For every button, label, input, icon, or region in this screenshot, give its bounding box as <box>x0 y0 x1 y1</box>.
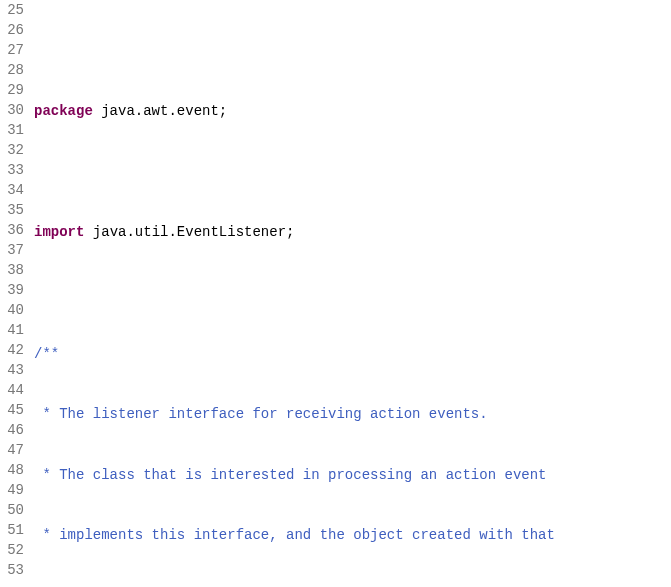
line-number: 51 <box>0 520 24 540</box>
line-number: 36 <box>0 220 24 240</box>
javadoc-line: /** <box>30 344 671 364</box>
line-number: 32 <box>0 140 24 160</box>
line-number: 25 <box>0 0 24 20</box>
line-number: 53 <box>0 560 24 580</box>
line-number: 48 <box>0 460 24 480</box>
line-number: 38 <box>0 260 24 280</box>
line-number: 29 <box>0 80 24 100</box>
line-number: 44 <box>0 380 24 400</box>
code-editor: 25 26 27 28 29 30 31 32 33 34 35 36 37 3… <box>0 0 671 587</box>
line-number: 34 <box>0 180 24 200</box>
line-number: 26 <box>0 20 24 40</box>
line-number: 39 <box>0 280 24 300</box>
code-line <box>30 162 671 182</box>
code-line: import java.util.EventListener; <box>30 222 671 242</box>
line-number: 30 <box>0 100 24 120</box>
line-number: 31 <box>0 120 24 140</box>
line-number: 41 <box>0 320 24 340</box>
line-number: 27 <box>0 40 24 60</box>
line-number: 49 <box>0 480 24 500</box>
line-number: 45 <box>0 400 24 420</box>
code-area[interactable]: package java.awt.event; import java.util… <box>30 0 671 587</box>
javadoc-line: * The class that is interested in proces… <box>30 465 671 485</box>
javadoc-line: * The listener interface for receiving a… <box>30 404 671 424</box>
line-number: 28 <box>0 60 24 80</box>
code-line <box>30 41 671 61</box>
keyword-package: package <box>34 103 93 119</box>
line-number: 40 <box>0 300 24 320</box>
code-line <box>30 283 671 303</box>
line-number: 52 <box>0 540 24 560</box>
line-number: 50 <box>0 500 24 520</box>
line-number: 42 <box>0 340 24 360</box>
line-number: 43 <box>0 360 24 380</box>
line-number: 47 <box>0 440 24 460</box>
line-number: 33 <box>0 160 24 180</box>
line-number: 35 <box>0 200 24 220</box>
keyword-import: import <box>34 224 84 240</box>
line-number: 46 <box>0 420 24 440</box>
line-number: 37 <box>0 240 24 260</box>
javadoc-line: * implements this interface, and the obj… <box>30 525 671 545</box>
line-number-gutter: 25 26 27 28 29 30 31 32 33 34 35 36 37 3… <box>0 0 30 587</box>
code-line: package java.awt.event; <box>30 101 671 121</box>
